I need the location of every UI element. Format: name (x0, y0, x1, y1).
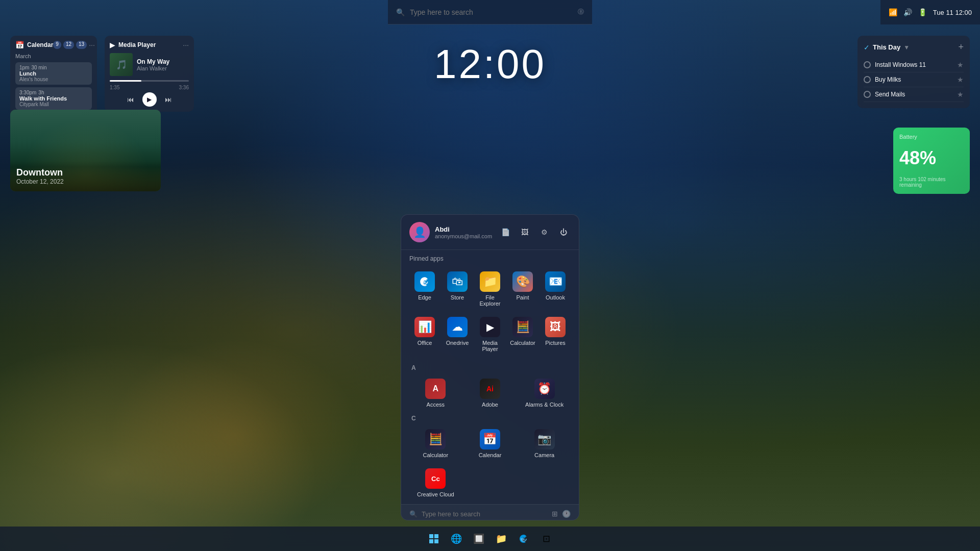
todo-star-icon[interactable]: ★ (957, 90, 964, 98)
app-access[interactable]: A Access (409, 374, 462, 412)
app-calculator-pinned[interactable]: 🧮 Calculator (507, 313, 538, 356)
pinned-apps-grid: Edge 🛍 Store 📁 File Explorer 🎨 Paint 📧 O… (409, 267, 571, 356)
taskbar-edge-button[interactable] (513, 529, 534, 549)
media-time-total: 3:36 (179, 85, 189, 90)
pictures-label: Pictures (545, 340, 566, 346)
photo-widget: Downtown October 12, 2022 (10, 110, 161, 191)
user-photos-button[interactable]: 🖼 (518, 225, 532, 239)
badge-9: 9 (53, 41, 61, 49)
onedrive-icon: ☁ (447, 317, 468, 337)
mediaplayer-icon: ▶ (480, 317, 500, 337)
todo-item-mail: Send Mails ★ (864, 87, 964, 102)
app-alarms[interactable]: ⏰ Alarms & Clock (518, 374, 571, 412)
event-walk: 3:30pm 3h Walk with Friends Citypark Mal… (15, 87, 92, 110)
media-thumbnail: 🎵 (110, 53, 133, 76)
taskbar-multitask-button[interactable]: 🔲 (469, 529, 489, 549)
app-calculator-list[interactable]: 🧮 Calculator (409, 425, 462, 462)
paint-icon: 🎨 (512, 271, 533, 292)
app-paint[interactable]: 🎨 Paint (507, 267, 538, 311)
todo-checkbox[interactable] (864, 61, 871, 68)
todo-checkbox[interactable] (864, 91, 871, 98)
app-adobe[interactable]: Ai Adobe (464, 374, 517, 412)
todo-star-icon[interactable]: ★ (957, 61, 964, 69)
taskbar: 🌐 🔲 📁 ⊡ (0, 527, 980, 551)
todo-item-label: Send Mails (875, 91, 953, 98)
app-pictures[interactable]: 🖼 Pictures (540, 313, 571, 356)
adobe-icon: Ai (480, 379, 500, 399)
camera-icon: 📷 (534, 429, 555, 449)
user-actions: 📄 🖼 ⚙ ⏻ (498, 225, 571, 239)
access-icon: A (425, 379, 446, 399)
media-progress-bar[interactable] (110, 80, 189, 82)
wifi-icon[interactable]: 📶 (889, 8, 897, 16)
mediaplayer-label: Media Player (477, 340, 503, 352)
office-icon: 📊 (414, 317, 435, 337)
alarms-label: Alarms & Clock (525, 402, 564, 408)
pinned-label: Pinned apps (409, 255, 571, 262)
svg-rect-0 (429, 534, 433, 538)
apps-icon[interactable]: ⊞ (552, 510, 558, 518)
todo-add-button[interactable]: + (958, 42, 964, 53)
media-song: On My Way (137, 58, 169, 65)
app-office[interactable]: 📊 Office (409, 313, 440, 356)
battery-percentage: 48% (899, 147, 964, 169)
media-artist: Alan Walker (137, 65, 169, 71)
app-outlook[interactable]: 📧 Outlook (540, 267, 571, 311)
pinned-apps-section: Pinned apps Edge 🛍 Store 📁 File Explorer… (401, 250, 579, 361)
bing-icon: Ⓑ (578, 8, 584, 16)
user-email: anonymous@mail.com (435, 233, 492, 239)
calculator-list-icon: 🧮 (425, 429, 446, 449)
app-onedrive[interactable]: ☁ Onedrive (442, 313, 473, 356)
outlook-label: Outlook (546, 294, 565, 300)
start-search-input[interactable] (422, 510, 548, 518)
taskbar-store-button[interactable]: ⊡ (536, 529, 556, 549)
todo-item-label: Install Windows 11 (875, 61, 953, 68)
calendar-more-icon[interactable]: ··· (89, 41, 95, 49)
store-label: Store (451, 294, 464, 300)
battery-icon[interactable]: 🔋 (918, 8, 927, 16)
volume-icon[interactable]: 🔊 (903, 8, 912, 16)
category-c-grid: 🧮 Calculator 📅 Calendar 📷 Camera Cc Crea… (409, 425, 571, 502)
paint-label: Paint (516, 294, 529, 300)
start-search-icon: 🔍 (409, 510, 418, 518)
app-creativecloud[interactable]: Cc Creative Cloud (409, 464, 462, 502)
media-more-icon[interactable]: ··· (183, 41, 189, 49)
app-mediaplayer[interactable]: ▶ Media Player (475, 313, 505, 356)
todo-star-icon[interactable]: ★ (957, 76, 964, 84)
top-search-input[interactable] (410, 8, 573, 16)
fileexplorer-label: File Explorer (477, 294, 503, 307)
app-edge[interactable]: Edge (409, 267, 440, 311)
app-calendar[interactable]: 📅 Calendar (464, 425, 517, 462)
edge-icon (414, 271, 435, 292)
media-widget-title: Media Player (118, 41, 156, 48)
photo-date: October 12, 2022 (16, 178, 155, 185)
start-button[interactable] (424, 529, 444, 549)
user-settings-button[interactable]: ⚙ (537, 225, 551, 239)
start-menu-search: 🔍 ⊞ 🕐 (401, 504, 579, 520)
user-power-button[interactable]: ⏻ (556, 225, 571, 239)
media-play-button[interactable]: ▶ (142, 92, 157, 107)
taskbar-copilot-button[interactable]: 🌐 (446, 529, 467, 549)
app-store[interactable]: 🛍 Store (442, 267, 473, 311)
app-file-explorer[interactable]: 📁 File Explorer (475, 267, 505, 311)
user-docs-button[interactable]: 📄 (498, 225, 512, 239)
todo-widget: ✓ This Day ▼ + Install Windows 11 ★ Buy … (857, 36, 970, 108)
calendar-icon: 📅 (480, 429, 500, 449)
desktop-clock: 12:00 (434, 41, 546, 88)
all-apps-section: A A Access Ai Adobe ⏰ Alarms & Clock C 🧮… (401, 361, 579, 504)
media-next-button[interactable]: ⏭ (165, 95, 172, 104)
top-search-bar: 🔍 Ⓑ (388, 0, 592, 24)
app-camera[interactable]: 📷 Camera (518, 425, 571, 462)
taskbar-icons: 🌐 🔲 📁 ⊡ (424, 529, 556, 549)
datetime-label[interactable]: Tue 11 12:00 (933, 9, 972, 16)
taskbar-explorer-button[interactable]: 📁 (491, 529, 511, 549)
onedrive-label: Onedrive (446, 340, 469, 346)
svg-rect-2 (429, 539, 433, 543)
clock-icon[interactable]: 🕐 (562, 510, 571, 518)
user-name: Abdi (435, 226, 492, 233)
todo-checkbox[interactable] (864, 76, 871, 83)
calendar-label: Calendar (479, 452, 502, 458)
media-prev-button[interactable]: ⏮ (127, 95, 134, 104)
todo-header-label: This Day (873, 43, 900, 51)
todo-item-label: Buy Milks (875, 76, 953, 83)
